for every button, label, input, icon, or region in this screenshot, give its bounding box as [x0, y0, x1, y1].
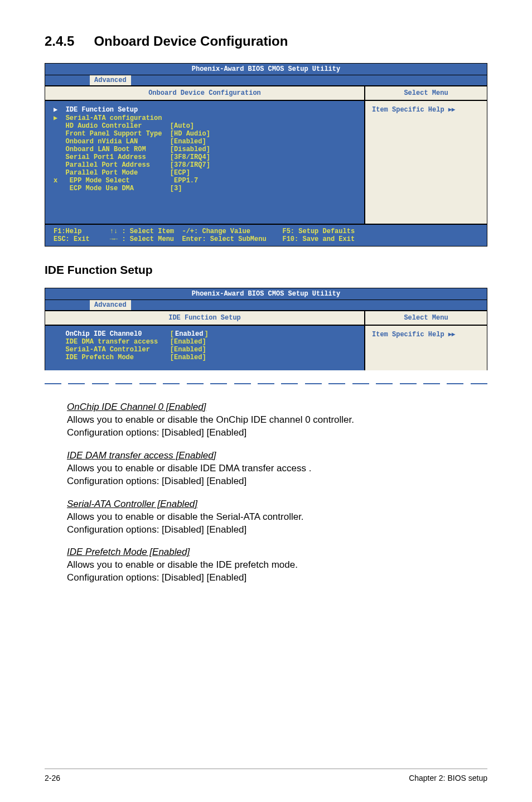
- setting-value: [HD Audio]: [170, 130, 210, 138]
- chapter-label: Chapter 2: BIOS setup: [409, 774, 487, 782]
- bios-setting-row[interactable]: Onboard LAN Boot ROM [Disabled]: [54, 146, 356, 153]
- bios-setting-row[interactable]: Parallel Port Mode [ECP]: [54, 169, 356, 177]
- setting-value: [Enabled]: [170, 354, 206, 361]
- setting-value: [Enabled]: [170, 346, 206, 354]
- bios-main-panel: OnChip IDE Channel0 [Enabled] IDE DMA tr…: [45, 326, 364, 370]
- bios-tab-row: Advanced: [45, 75, 487, 85]
- setting-value: [ECP]: [170, 169, 190, 177]
- help-text: Item Specific Help: [372, 106, 444, 114]
- option-title: IDE Prefetch Mode [Enabled]: [67, 546, 487, 559]
- setting-label: Serial Port1 Address: [54, 153, 170, 161]
- setting-label: OnChip IDE Channel0: [54, 330, 170, 338]
- setting-value: [Enabled]: [170, 330, 209, 338]
- option-desc: Allows you to enable or disable the OnCh…: [67, 414, 487, 427]
- setting-label: ▶ IDE Function Setup: [54, 105, 170, 114]
- option-opts: Configuration options: [Disabled] [Enabl…: [67, 572, 487, 584]
- bios-setting-row[interactable]: ▶ IDE Function Setup: [54, 105, 356, 114]
- bios-setting-row[interactable]: ▶ Serial-ATA configuration: [54, 114, 356, 122]
- bios-setting-row[interactable]: Parallel Port Address [378/IRQ7]: [54, 161, 356, 169]
- bios-tab-row: Advanced: [45, 299, 487, 310]
- bios-setting-row[interactable]: IDE DMA transfer access [Enabled]: [54, 338, 356, 346]
- page-number: 2-26: [45, 774, 60, 782]
- bios-setting-row[interactable]: OnChip IDE Channel0 [Enabled]: [54, 330, 356, 338]
- help-arrow-icon: ▸▸: [448, 105, 455, 113]
- option-desc: Allows you to enable or disable the IDE …: [67, 559, 487, 572]
- setting-value: [3]: [170, 185, 182, 192]
- setting-value: [378/IRQ7]: [170, 161, 210, 169]
- setting-value: EPP1.7: [170, 177, 198, 185]
- setting-value: [Auto]: [170, 122, 194, 130]
- option-title: OnChip IDE Channel 0 [Enabled]: [67, 401, 487, 414]
- option-description: IDE Prefetch Mode [Enabled]Allows you to…: [67, 546, 487, 584]
- setting-value: [Disabled]: [170, 146, 210, 153]
- bios-setting-row[interactable]: Onboard nVidia LAN [Enabled]: [54, 138, 356, 146]
- setting-label: IDE Prefetch Mode: [54, 354, 170, 361]
- option-opts: Configuration options: [Disabled] [Enabl…: [67, 427, 487, 439]
- bios-setting-row[interactable]: Serial-ATA Controller [Enabled]: [54, 346, 356, 354]
- bios-footer: F1:Help ↑↓ : Select Item -/+: Change Val…: [45, 224, 487, 246]
- setting-label: Onboard nVidia LAN: [54, 138, 170, 146]
- help-arrow-icon: ▸▸: [448, 330, 455, 338]
- setting-label: Serial-ATA Controller: [54, 346, 170, 354]
- bios-title-row: IDE Function Setup Select Menu: [45, 310, 487, 326]
- bios-setting-row[interactable]: ECP Mode Use DMA [3]: [54, 185, 356, 192]
- bios-help-title: Select Menu: [364, 86, 487, 100]
- bios-title-row: Onboard Device Configuration Select Menu: [45, 85, 487, 101]
- option-opts: Configuration options: [Disabled] [Enabl…: [67, 475, 487, 488]
- setting-value: [3F8/IRQ4]: [170, 153, 210, 161]
- subsection-title: IDE Function Setup: [45, 263, 487, 277]
- setting-value: [Enabled]: [170, 338, 206, 346]
- page-footer: 2-26 Chapter 2: BIOS setup: [45, 769, 487, 782]
- option-desc: Allows you to enable or disable IDE DMA …: [67, 462, 487, 475]
- bios-tab-advanced[interactable]: Advanced: [90, 75, 131, 85]
- bios-header: Phoenix-Award BIOS CMOS Setup Utility: [45, 64, 487, 75]
- bios-main-panel: ▶ IDE Function Setup ▶ Serial-ATA config…: [45, 101, 364, 224]
- bios-setting-row[interactable]: HD Audio Controller [Auto]: [54, 122, 356, 130]
- bios-setting-row[interactable]: Serial Port1 Address [3F8/IRQ4]: [54, 153, 356, 161]
- setting-label: Onboard LAN Boot ROM: [54, 146, 170, 153]
- truncation-line: [45, 383, 487, 384]
- bios-help-title: Select Menu: [364, 311, 487, 325]
- setting-label: ▶ Serial-ATA configuration: [54, 114, 170, 122]
- bios-screen-main: Phoenix-Award BIOS CMOS Setup Utility Ad…: [45, 63, 487, 247]
- section-number: 2.4.5: [45, 33, 74, 49]
- section-heading: Onboard Device Configuration: [94, 33, 288, 49]
- bios-header: Phoenix-Award BIOS CMOS Setup Utility: [45, 288, 487, 299]
- bios-setting-row[interactable]: IDE Prefetch Mode [Enabled]: [54, 354, 356, 361]
- setting-label: HD Audio Controller: [54, 122, 170, 130]
- bios-help-panel: Item Specific Help ▸▸: [364, 101, 487, 224]
- bios-panel-title: IDE Function Setup: [45, 311, 364, 325]
- bios-screen-sub: Phoenix-Award BIOS CMOS Setup Utility Ad…: [45, 288, 487, 370]
- bios-setting-row[interactable]: x EPP Mode Select EPP1.7: [54, 177, 356, 185]
- option-description: OnChip IDE Channel 0 [Enabled]Allows you…: [67, 401, 487, 439]
- option-description: IDE DAM transfer access [Enabled]Allows …: [67, 450, 487, 488]
- setting-label: IDE DMA transfer access: [54, 338, 170, 346]
- setting-label: ECP Mode Use DMA: [54, 185, 170, 192]
- section-title: 2.4.5Onboard Device Configuration: [45, 33, 487, 49]
- bios-help-panel: Item Specific Help ▸▸: [364, 326, 487, 370]
- option-desc: Allows you to enable or disable the Seri…: [67, 511, 487, 524]
- option-opts: Configuration options: [Disabled] [Enabl…: [67, 524, 487, 537]
- setting-label: x EPP Mode Select: [54, 177, 170, 185]
- bios-setting-row[interactable]: Front Panel Support Type [HD Audio]: [54, 130, 356, 138]
- option-title: Serial-ATA Controller [Enabled]: [67, 498, 487, 511]
- option-description: Serial-ATA Controller [Enabled]Allows yo…: [67, 498, 487, 537]
- help-text: Item Specific Help: [372, 331, 444, 339]
- setting-label: Parallel Port Mode: [54, 169, 170, 177]
- setting-label: Front Panel Support Type: [54, 130, 170, 138]
- setting-value: [Enabled]: [170, 138, 206, 146]
- setting-label: Parallel Port Address: [54, 161, 170, 169]
- option-title: IDE DAM transfer access [Enabled]: [67, 450, 487, 462]
- bios-tab-advanced[interactable]: Advanced: [90, 300, 131, 310]
- bios-panel-title: Onboard Device Configuration: [45, 86, 364, 100]
